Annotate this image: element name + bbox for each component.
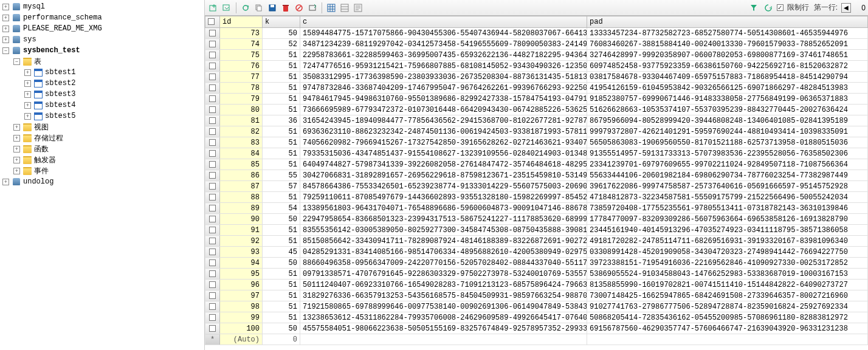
cell-id[interactable]: 89 bbox=[220, 203, 263, 214]
cell-k[interactable]: 51 bbox=[263, 236, 300, 247]
cell-id[interactable]: 97 bbox=[220, 290, 263, 301]
cell-k[interactable]: 51 bbox=[263, 148, 300, 159]
tree-item[interactable]: 函数 bbox=[0, 143, 204, 154]
cell-c[interactable]: 74056620982-79669415267-17327542850-3916… bbox=[300, 137, 587, 148]
tree-item[interactable]: sys bbox=[0, 34, 204, 45]
cell-c[interactable]: 15894484775-15717075866-90430455306-5540… bbox=[300, 28, 587, 39]
cell-k[interactable]: 57 bbox=[263, 181, 300, 192]
cell-k[interactable]: 51 bbox=[263, 225, 300, 236]
cell-c[interactable]: 97478732846-33687404209-17467995047-9676… bbox=[300, 83, 587, 94]
cell-c[interactable]: 85150856642-33430941711-78289087924-4814… bbox=[300, 236, 587, 247]
table-row[interactable]: 875784578664386-75533426501-65239238774-… bbox=[205, 181, 868, 192]
cell-c[interactable]: 69363623110-88623232342-24874501136-0061… bbox=[300, 126, 587, 137]
copy-icon[interactable] bbox=[253, 2, 265, 14]
cell-c[interactable]: 22958783661-32288599463-36995007435-6593… bbox=[300, 50, 587, 61]
row-selector[interactable] bbox=[205, 105, 220, 115]
cell-pad[interactable]: 39617622086-99974758587-25737640616-0569… bbox=[587, 181, 868, 192]
column-header-pad[interactable]: pad bbox=[587, 16, 868, 28]
row-selector[interactable] bbox=[205, 61, 220, 72]
cell-k[interactable]: 51 bbox=[263, 159, 300, 170]
auto-row[interactable]: *(Auto)0 bbox=[205, 334, 868, 345]
tree-item[interactable]: sbtest1 bbox=[0, 67, 204, 78]
tree-item[interactable]: PLEASE_READ_ME_XMG bbox=[0, 23, 204, 34]
table-row[interactable]: 885179259110611-87085497679-14436602893-… bbox=[205, 192, 868, 203]
cell-k[interactable]: 51 bbox=[263, 301, 300, 312]
cell-k[interactable]: 51 bbox=[263, 94, 300, 105]
cell-k[interactable]: 50 bbox=[263, 258, 300, 269]
cell-c[interactable]: 31654243945-18940984477-77856436562-2941… bbox=[300, 115, 587, 126]
tree-item[interactable]: sbtest5 bbox=[0, 111, 204, 122]
cell-id[interactable]: 76 bbox=[220, 61, 263, 72]
cell-id[interactable]: 98 bbox=[220, 301, 263, 312]
cell-pad[interactable]: 47184812873-32234587581-55509175799-2152… bbox=[587, 192, 868, 203]
cell-k[interactable]: 51 bbox=[263, 290, 300, 301]
data-grid-wrapper[interactable]: id k c pad 735015894484775-15717075866-9… bbox=[205, 16, 868, 350]
tree-item[interactable]: performance_schema bbox=[0, 12, 204, 23]
tree-toggle-icon[interactable] bbox=[13, 58, 20, 65]
first-row-input[interactable] bbox=[853, 4, 866, 12]
cell-id[interactable]: 92 bbox=[220, 236, 263, 247]
cell-k[interactable]: 51 bbox=[263, 72, 300, 83]
row-selector[interactable] bbox=[205, 28, 220, 39]
cell-id[interactable]: 88 bbox=[220, 192, 263, 203]
cell-id[interactable]: 100 bbox=[220, 323, 263, 334]
row-selector[interactable] bbox=[205, 290, 220, 301]
tree-item[interactable]: undolog bbox=[0, 176, 204, 187]
cancel-icon[interactable] bbox=[293, 2, 305, 14]
text-view-icon[interactable] bbox=[352, 2, 364, 14]
column-header-k[interactable]: k bbox=[263, 16, 300, 28]
row-selector[interactable] bbox=[205, 192, 220, 203]
row-selector[interactable] bbox=[205, 50, 220, 61]
cell-pad[interactable]: 91852380757-69990671446-91483338058-2775… bbox=[587, 94, 868, 105]
table-row[interactable]: 795194784617945-94986310760-95501389686-… bbox=[205, 94, 868, 105]
tree-toggle-icon[interactable] bbox=[13, 168, 20, 174]
cell-pad[interactable]: 03308991428-45201909058-34304720323-2749… bbox=[587, 247, 868, 258]
column-header-c[interactable]: c bbox=[300, 16, 587, 28]
delete-icon[interactable] bbox=[280, 2, 292, 14]
row-selector[interactable] bbox=[205, 236, 220, 247]
cell-c[interactable]: 83555356142-03005389050-80259277300-3458… bbox=[300, 225, 587, 236]
cell-k[interactable]: 50 bbox=[263, 323, 300, 334]
cell-pad[interactable]: 39723388151-71954916036-22169562846-4109… bbox=[587, 258, 868, 269]
cell-c[interactable]: 22947958654-83668501323-23994317513-5867… bbox=[300, 214, 587, 225]
row-selector[interactable] bbox=[205, 269, 220, 280]
table-row[interactable]: 775135083312995-17736398590-23803933036-… bbox=[205, 72, 868, 83]
cell-pad[interactable]: 86795966094-80528999420-39446808248-1340… bbox=[587, 115, 868, 126]
row-selector[interactable] bbox=[205, 203, 220, 214]
table-row[interactable]: 813631654243945-18940984477-77856436562-… bbox=[205, 115, 868, 126]
cell-id[interactable]: 78 bbox=[220, 83, 263, 94]
table-row[interactable]: 755122958783661-32288599463-36995007435-… bbox=[205, 50, 868, 61]
cell-id[interactable]: 94 bbox=[220, 258, 263, 269]
cell-c[interactable]: 45575584051-98066223638-50505155169-8325… bbox=[300, 323, 587, 334]
table-row[interactable]: 825169363623110-88623232342-24874501136-… bbox=[205, 126, 868, 137]
cell-id[interactable]: 96 bbox=[220, 280, 263, 290]
cell-id[interactable]: (Auto) bbox=[220, 334, 263, 345]
table-row[interactable]: 735015894484775-15717075866-90430455306-… bbox=[205, 28, 868, 39]
save-icon[interactable] bbox=[266, 2, 278, 14]
add-row-icon[interactable] bbox=[207, 2, 219, 14]
row-selector[interactable] bbox=[205, 214, 220, 225]
cell-c[interactable]: 72474776516-95931215421-75966807885-6810… bbox=[300, 61, 587, 72]
cell-c[interactable]: 13238653612-45311862284-79935706008-2462… bbox=[300, 312, 587, 323]
cell-pad[interactable]: 23445161940-40145913296-47035274923-0341… bbox=[587, 225, 868, 236]
form-view-icon[interactable] bbox=[339, 2, 351, 14]
cell-pad[interactable]: 41954126159-61045953842-90326566125-6907… bbox=[587, 83, 868, 94]
row-selector[interactable] bbox=[205, 39, 220, 50]
table-row[interactable]: 845179335315036-43474851437-91554108627-… bbox=[205, 148, 868, 159]
row-selector[interactable] bbox=[205, 312, 220, 323]
tree-toggle-icon[interactable] bbox=[2, 15, 9, 21]
table-row[interactable]: 985171921580865-69788999646-00977538140-… bbox=[205, 301, 868, 312]
tree-item[interactable]: 视图 bbox=[0, 122, 204, 132]
limit-rows-checkbox[interactable] bbox=[777, 4, 784, 11]
cell-pad[interactable]: 81358855990-16019702821-00741511410-1514… bbox=[587, 280, 868, 290]
cell-pad[interactable] bbox=[587, 334, 868, 345]
cell-id[interactable]: 74 bbox=[220, 39, 263, 50]
row-selector[interactable] bbox=[205, 301, 220, 312]
cell-pad[interactable]: 55633444106-20601982184-69806290734-7877… bbox=[587, 170, 868, 181]
tree-toggle-icon[interactable] bbox=[2, 4, 9, 10]
select-all-header[interactable] bbox=[205, 16, 220, 28]
tree-toggle-icon[interactable] bbox=[2, 179, 9, 185]
cell-c[interactable]: 94784617945-94986310760-95501389686-8299… bbox=[300, 94, 587, 105]
row-selector[interactable] bbox=[205, 115, 220, 126]
table-row[interactable]: 1005045575584051-98066223638-50505155169… bbox=[205, 323, 868, 334]
